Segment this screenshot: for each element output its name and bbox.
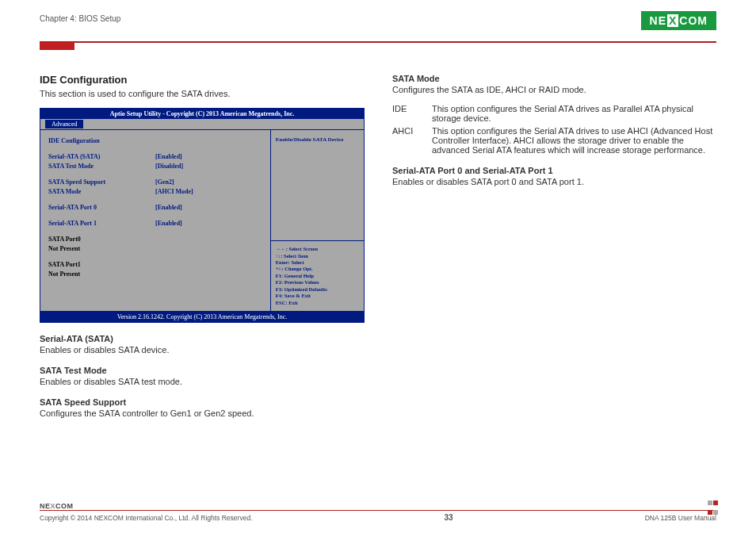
- opt-ide: IDE This option configures the Serial AT…: [392, 104, 716, 123]
- section-title: IDE Configuration: [40, 74, 365, 86]
- bios-tab-bar: Advanced: [40, 119, 364, 129]
- opt-ahci: AHCI This option configures the Serial A…: [392, 126, 716, 155]
- bios-settings-pane: IDE Configuration Serial-ATA (SATA)[Enab…: [40, 130, 270, 311]
- footer-doc-title: DNA 125B User Manual: [645, 514, 716, 522]
- desc-serial-ata: Serial-ATA (SATA) Enables or disables SA…: [40, 334, 365, 355]
- bios-footer-bar: Version 2.16.1242. Copyright (C) 2013 Am…: [40, 312, 364, 322]
- footer-squares-icon: [707, 497, 718, 516]
- red-tab: [40, 42, 74, 50]
- chapter-label: Chapter 4: BIOS Setup: [40, 14, 716, 23]
- desc-sata-test-mode: SATA Test Mode Enables or disables SATA …: [40, 366, 365, 386]
- desc-sata-ports: Serial-ATA Port 0 and Serial-ATA Port 1 …: [392, 166, 716, 186]
- section-intro: This section is used to configure the SA…: [40, 89, 365, 98]
- desc-sata-speed: SATA Speed Support Configures the SATA c…: [40, 397, 365, 418]
- brand-logo: NEXCOM: [641, 11, 716, 30]
- footer-rule: [40, 510, 716, 511]
- page-number: 33: [445, 513, 453, 522]
- desc-sata-mode: SATA Mode Configures the SATA as IDE, AH…: [392, 74, 716, 94]
- footer-copyright: Copyright © 2014 NEXCOM International Co…: [40, 514, 252, 522]
- bios-screenshot: Aptio Setup Utility - Copyright (C) 2013…: [40, 108, 365, 323]
- header-rule: [40, 41, 716, 43]
- footer-brand: NEXCOM: [40, 502, 716, 510]
- bios-help-text: Enable/Disable SATA Device: [271, 130, 364, 240]
- bios-title-bar: Aptio Setup Utility - Copyright (C) 2013…: [40, 109, 364, 119]
- bios-key-legend: →←: Select Screen ↑↓: Select Item Enter:…: [271, 240, 364, 311]
